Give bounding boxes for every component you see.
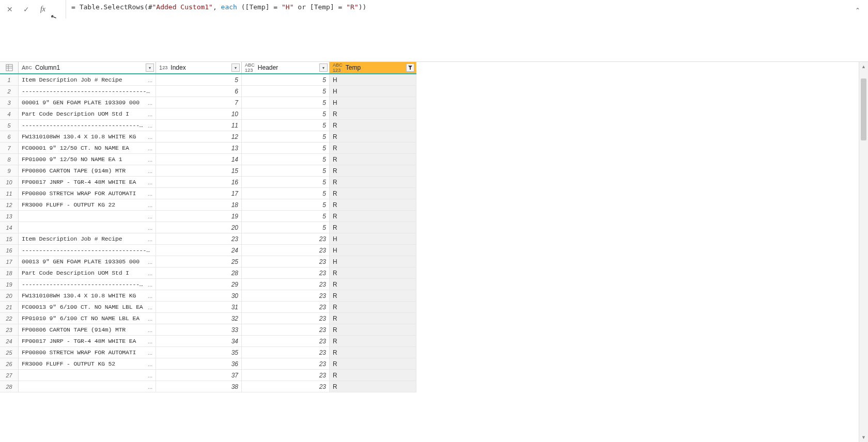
cell-column1[interactable]: FP00817 JNRP - TGR-4 48M WHITE EA ...	[19, 336, 156, 346]
filter-button[interactable]: ▾	[319, 64, 328, 72]
cell-header[interactable]: 5	[242, 199, 330, 210]
cell-temp[interactable]: H	[330, 256, 416, 267]
table-row[interactable]: 7 FC00001 9" 12/50 CT. NO NAME EA ...135…	[0, 143, 416, 154]
cell-index[interactable]: 17	[156, 188, 242, 199]
table-row[interactable]: 5 --------------------------------------…	[0, 120, 416, 131]
filter-button[interactable]: ▾	[146, 64, 154, 72]
cell-index[interactable]: 30	[156, 290, 242, 301]
cell-index[interactable]: 33	[156, 324, 242, 335]
cell-index[interactable]: 13	[156, 143, 242, 153]
cell-column1[interactable]: FW1310108WH 130.4 X 10.8 WHITE KG ...	[19, 290, 156, 301]
column-header-temp[interactable]: ABC123 Temp	[330, 62, 416, 73]
cell-column1[interactable]: FP00806 CARTON TAPE (914m) MTR ...	[19, 165, 156, 176]
cell-column1[interactable]: Part Code Description UOM Std I...	[19, 108, 156, 119]
cell-temp[interactable]: H	[330, 86, 416, 97]
scroll-up-button[interactable]: ▲	[859, 62, 868, 71]
cell-index[interactable]: 11	[156, 120, 242, 131]
cell-index[interactable]: 35	[156, 347, 242, 358]
cell-column1[interactable]: ...	[19, 211, 156, 222]
cell-index[interactable]: 25	[156, 256, 242, 267]
column-header-index[interactable]: 123 Index ▾	[156, 62, 242, 73]
cell-header[interactable]: 5	[242, 131, 330, 142]
cell-column1[interactable]: FC00001 9" 12/50 CT. NO NAME EA ...	[19, 143, 156, 153]
cell-column1[interactable]: ----------------------------------------…	[19, 120, 156, 131]
cell-header[interactable]: 5	[242, 154, 330, 165]
table-row[interactable]: 1Item Description Job # Recipe...55H	[0, 74, 416, 86]
table-row[interactable]: 21 FC00013 9" 6/100 CT. NO NAME LBL EA .…	[0, 302, 416, 313]
cell-temp[interactable]: R	[330, 199, 416, 210]
cell-temp[interactable]: R	[330, 267, 416, 278]
table-row[interactable]: 15Item Description Job # Recipe...2323H	[0, 233, 416, 245]
cell-index[interactable]: 12	[156, 131, 242, 142]
cell-header[interactable]: 5	[242, 120, 330, 131]
cell-index[interactable]: 24	[156, 245, 242, 256]
cell-header[interactable]: 5	[242, 222, 330, 233]
cell-index[interactable]: 36	[156, 358, 242, 369]
table-row[interactable]: 11 FP00800 STRETCH WRAP FOR AUTOMATI ...…	[0, 188, 416, 199]
table-row[interactable]: 2 --------------------------------------…	[0, 86, 416, 97]
cell-temp[interactable]: R	[330, 358, 416, 369]
cell-header[interactable]: 23	[242, 302, 330, 312]
cell-temp[interactable]: R	[330, 222, 416, 233]
cell-temp[interactable]: R	[330, 381, 416, 392]
cell-column1[interactable]: 00001 9" GEN FOAM PLATE 193309 000...	[19, 97, 156, 108]
cell-header[interactable]: 23	[242, 279, 330, 290]
cell-header[interactable]: 23	[242, 347, 330, 358]
cell-temp[interactable]: R	[330, 143, 416, 153]
scroll-down-button[interactable]: ▼	[859, 433, 868, 442]
cell-index[interactable]: 15	[156, 165, 242, 176]
cell-header[interactable]: 23	[242, 313, 330, 324]
fx-button[interactable]: fx	[37, 4, 49, 15]
cell-temp[interactable]: R	[330, 302, 416, 312]
cell-index[interactable]: 38	[156, 381, 242, 392]
cell-header[interactable]: 23	[242, 256, 330, 267]
cell-column1[interactable]: ...	[19, 370, 156, 381]
cell-index[interactable]: 37	[156, 370, 242, 381]
cell-column1[interactable]: Item Description Job # Recipe...	[19, 74, 156, 85]
cell-header[interactable]: 5	[242, 165, 330, 176]
column-header-column1[interactable]: ABC Column1 ▾	[19, 62, 156, 73]
cell-index[interactable]: 6	[156, 86, 242, 97]
formula-input[interactable]: = Table.SelectRows(#"Added Custom1", eac…	[66, 0, 868, 61]
cell-header[interactable]: 23	[242, 267, 330, 278]
filter-active-button[interactable]	[406, 64, 414, 72]
cell-index[interactable]: 32	[156, 313, 242, 324]
table-row[interactable]: 1700013 9" GEN FOAM PLATE 193305 000...2…	[0, 256, 416, 267]
table-row[interactable]: 14...205R	[0, 222, 416, 233]
cell-column1[interactable]: Item Description Job # Recipe...	[19, 233, 156, 244]
cell-header[interactable]: 23	[242, 324, 330, 335]
cell-temp[interactable]: R	[330, 370, 416, 381]
column-header-header[interactable]: ABC123 Header ▾	[242, 62, 330, 73]
cell-column1[interactable]: FP00817 JNRP - TGR-4 48M WHITE EA ...	[19, 177, 156, 187]
cell-header[interactable]: 23	[242, 290, 330, 301]
cell-column1[interactable]: FP00806 CARTON TAPE (914m) MTR ...	[19, 324, 156, 335]
table-row[interactable]: 25 FP00800 STRETCH WRAP FOR AUTOMATI ...…	[0, 347, 416, 358]
cell-header[interactable]: 23	[242, 370, 330, 381]
table-row[interactable]: 24 FP00817 JNRP - TGR-4 48M WHITE EA ...…	[0, 336, 416, 347]
cell-header[interactable]: 5	[242, 188, 330, 199]
cell-column1[interactable]: FP01000 9" 12/50 NO NAME EA 1...	[19, 154, 156, 165]
cell-header[interactable]: 23	[242, 381, 330, 392]
cell-temp[interactable]: R	[330, 313, 416, 324]
cell-temp[interactable]: R	[330, 279, 416, 290]
cell-temp[interactable]: R	[330, 211, 416, 222]
cell-temp[interactable]: R	[330, 120, 416, 131]
cell-index[interactable]: 5	[156, 74, 242, 85]
cell-temp[interactable]: R	[330, 154, 416, 165]
cell-header[interactable]: 23	[242, 233, 330, 244]
table-row[interactable]: 9 FP00806 CARTON TAPE (914m) MTR ...155R	[0, 165, 416, 177]
cell-column1[interactable]: FR3000 FLUFF - OUTPUT KG 52...	[19, 358, 156, 369]
cell-index[interactable]: 31	[156, 302, 242, 312]
cell-header[interactable]: 5	[242, 74, 330, 85]
cell-temp[interactable]: R	[330, 177, 416, 187]
scroll-thumb[interactable]	[861, 78, 866, 140]
cell-temp[interactable]: R	[330, 336, 416, 346]
table-row[interactable]: 23 FP00806 CARTON TAPE (914m) MTR ...332…	[0, 324, 416, 336]
cell-temp[interactable]: R	[330, 324, 416, 335]
table-row[interactable]: 6 FW1310108WH 130.4 X 10.8 WHITE KG ...1…	[0, 131, 416, 143]
cell-column1[interactable]: FP00800 STRETCH WRAP FOR AUTOMATI ...	[19, 188, 156, 199]
cell-column1[interactable]: FW1310108WH 130.4 X 10.8 WHITE KG ...	[19, 131, 156, 142]
table-row[interactable]: 22 FP01010 9" 6/100 CT NO NAME LBL EA ..…	[0, 313, 416, 324]
cell-temp[interactable]: R	[330, 108, 416, 119]
cell-index[interactable]: 10	[156, 108, 242, 119]
